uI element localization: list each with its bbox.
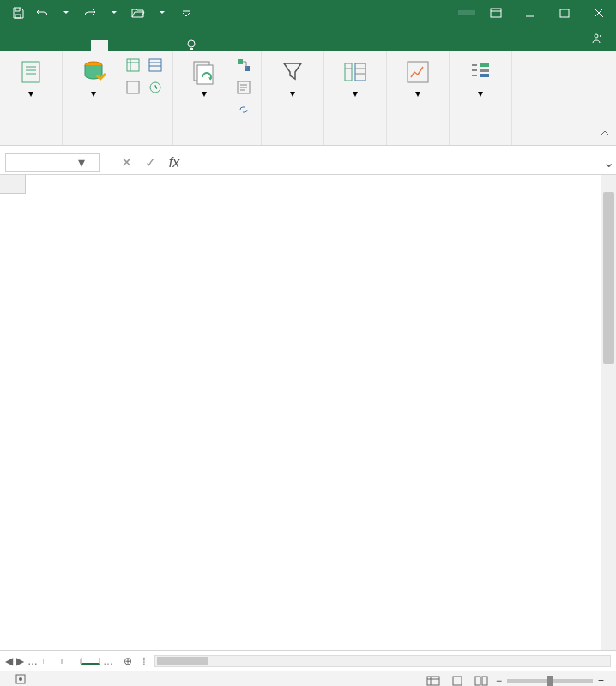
maximize-button[interactable] [547,0,582,26]
formula-input[interactable] [184,156,601,169]
name-box-dropdown[interactable]: ▾ [75,154,88,171]
recent-sources-recent[interactable] [145,77,166,98]
hscroll-thumb[interactable] [157,657,208,665]
tab-home[interactable] [22,40,39,51]
svg-rect-24 [453,677,462,685]
vertical-scrollbar[interactable] [601,175,616,650]
tab-developer[interactable] [142,40,160,51]
from-table-button[interactable] [145,55,166,75]
cells-area[interactable] [26,194,601,650]
view-page-break-button[interactable] [472,673,491,687]
sheet-tab-bar: ◀ ▶ … … ⊕ ⁞ [0,650,616,671]
tab-review[interactable] [108,40,125,51]
sheet-tab-3[interactable] [43,659,62,664]
connections-button[interactable] [233,55,254,75]
ribbon-options-button[interactable] [479,0,513,26]
sheet-nav-more[interactable]: … [27,655,38,667]
vscroll-thumb[interactable] [603,192,614,364]
svg-rect-23 [427,677,439,685]
row-headers [0,194,26,650]
open-button[interactable] [127,3,149,23]
show-queries-button[interactable] [123,55,143,75]
group-sort-filter: ▾ [262,51,324,145]
data-tools-icon [341,58,369,86]
redo-dropdown[interactable] [103,3,125,23]
new-query-button[interactable]: ▾ [69,55,118,103]
zoom-out-button[interactable]: − [496,675,502,687]
expand-formula-bar[interactable]: ⌄ [601,154,616,171]
svg-rect-7 [149,59,161,71]
redo-button[interactable] [79,3,101,23]
share-button[interactable] [580,26,616,51]
tab-layout[interactable] [57,40,74,51]
group-connections: ▾ [173,51,262,145]
sheet-tab-5[interactable] [81,658,100,665]
zoom-slider[interactable] [507,679,593,683]
recent-sources-button[interactable] [123,77,143,98]
sheet-nav-prev[interactable]: ◀ [5,655,13,667]
new-query-icon [80,58,107,86]
signin-button[interactable] [458,10,475,15]
refresh-icon [190,58,218,86]
svg-rect-4 [22,62,39,82]
edit-links-button[interactable] [233,99,254,120]
properties-button[interactable] [233,77,254,98]
group-outline: ▾ [450,51,512,145]
outline-icon [467,58,494,86]
sheet-nav-next[interactable]: ▶ [16,655,24,667]
outline-button[interactable]: ▾ [456,55,504,103]
tab-view[interactable] [125,40,142,51]
svg-rect-0 [491,9,501,17]
cancel-formula-button[interactable]: ✕ [117,153,136,172]
macro-record-icon[interactable] [15,674,26,686]
sheet-tab-4[interactable] [62,659,81,664]
tab-help[interactable] [160,40,177,51]
tab-formula[interactable] [74,40,91,51]
refresh-all-button[interactable]: ▾ [180,55,228,103]
view-page-layout-button[interactable] [448,673,467,687]
tab-file[interactable] [5,40,22,51]
svg-rect-19 [480,69,489,72]
external-data-icon [17,58,45,86]
tell-me-search[interactable] [177,39,209,51]
svg-point-3 [595,34,598,38]
view-normal-button[interactable] [424,673,443,687]
save-button[interactable] [7,3,29,23]
svg-rect-17 [408,62,428,82]
qat-customize[interactable] [175,3,197,23]
select-all-corner[interactable] [0,175,26,194]
svg-point-22 [19,677,22,681]
open-dropdown[interactable] [151,3,173,23]
share-icon [590,33,602,45]
svg-rect-15 [345,63,352,81]
insert-function-button[interactable]: fx [165,153,184,172]
svg-rect-1 [560,9,569,17]
svg-rect-6 [127,59,139,71]
undo-button[interactable] [31,3,53,23]
filter-icon [279,58,306,86]
svg-rect-18 [480,63,489,67]
group-get-transform: ▾ [63,51,173,145]
sheet-nav: ◀ ▶ … [0,655,43,667]
collapse-ribbon-button[interactable] [599,126,611,141]
name-box-input[interactable] [6,156,75,169]
svg-rect-26 [482,677,487,685]
ribbon-tabs [0,26,616,51]
close-button[interactable] [582,0,616,26]
name-box[interactable]: ▾ [5,153,100,172]
undo-dropdown[interactable] [55,3,77,23]
forecast-button[interactable]: ▾ [394,55,442,103]
add-sheet-button[interactable]: ⊕ [117,655,139,667]
get-external-data-button[interactable]: ▾ [7,55,55,103]
sheet-more[interactable]: … [100,655,117,667]
minimize-button[interactable] [513,0,547,26]
zoom-in-button[interactable]: + [598,675,604,687]
sort-filter-button[interactable]: ▾ [269,55,317,103]
svg-rect-13 [245,66,250,71]
data-tools-button[interactable]: ▾ [331,55,379,103]
enter-formula-button[interactable]: ✓ [141,153,160,172]
tab-insert[interactable] [39,40,57,51]
tab-data[interactable] [91,40,108,51]
horizontal-scrollbar[interactable] [154,655,611,667]
lightbulb-icon [185,39,197,51]
